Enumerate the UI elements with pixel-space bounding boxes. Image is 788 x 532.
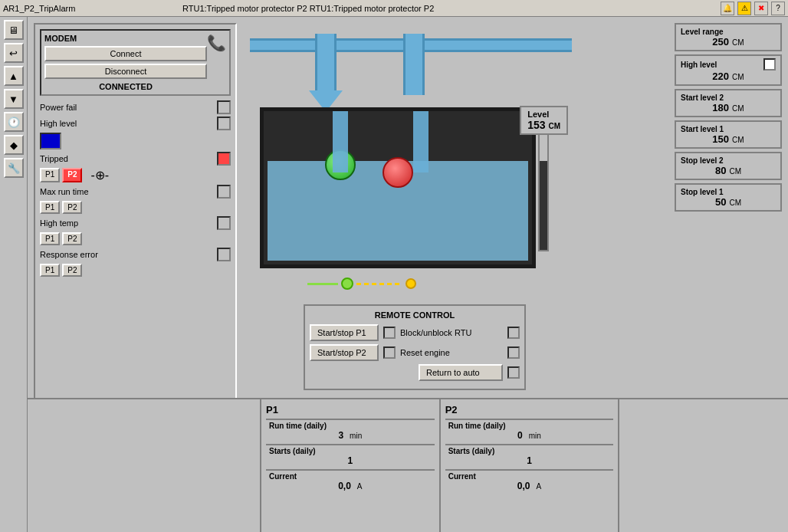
- stop-level-2-item: Stop level 2 80 CM: [675, 152, 782, 180]
- bell-icon[interactable]: 🔔: [721, 2, 734, 15]
- remote-control-panel: REMOTE CONTROL Start/stop P1 Block/unblo…: [304, 304, 526, 390]
- p1-stats-panel: P1 Run time (daily) 3 min Starts (daily)…: [261, 399, 441, 532]
- level-gauge: [538, 117, 549, 251]
- start-stop-p1-row: Start/stop P1 Block/unblock RTU: [310, 324, 520, 341]
- level-title: Level: [527, 110, 560, 119]
- bottom-area: P1 Run time (daily) 3 min Starts (daily)…: [28, 398, 788, 532]
- clock-btn[interactable]: 🕐: [4, 112, 24, 132]
- level-range-panel: Level range 250 CM High level 220 CM Sta…: [675, 23, 782, 215]
- p1-runtime-label: Run time (daily): [269, 422, 432, 430]
- p1-runtime-value: 3: [338, 430, 343, 441]
- p1-current-value: 0,0: [338, 481, 351, 491]
- title-bar: AR1_P2_TripAlarm RTU1:Tripped motor prot…: [0, 0, 788, 17]
- trip-symbol: -⊕-: [90, 168, 109, 182]
- inner-pipe-left: [333, 111, 348, 172]
- inner-pipe-right: [413, 111, 428, 172]
- p2-current-unit: A: [537, 482, 542, 491]
- return-auto-btn[interactable]: Return to auto: [419, 364, 503, 381]
- response-error-row: Response error: [40, 248, 231, 261]
- sensor-row: [307, 277, 416, 290]
- p1-starts-item: Starts (daily) 1: [266, 444, 435, 468]
- high-level-blue: [40, 133, 61, 149]
- tank-area: Level 153 CM: [246, 23, 576, 284]
- tripped-p1-btn[interactable]: P1: [40, 168, 60, 182]
- response-p2-btn[interactable]: P2: [62, 264, 82, 277]
- bottom-left-panel: [28, 399, 261, 532]
- tank-body: [260, 107, 536, 268]
- main-area: 🖥 ↩ ▲ ▼ 🕐 ◆ 🔧 MODEM Connect Disconnect C: [0, 17, 788, 532]
- back-btn[interactable]: ↩: [4, 43, 24, 63]
- bottom-right-panel: [619, 399, 788, 532]
- connect-button[interactable]: Connect: [44, 46, 207, 61]
- p2-starts-item: Starts (daily) 1: [445, 444, 614, 468]
- up-btn[interactable]: ▲: [4, 66, 24, 86]
- left-panel: MODEM Connect Disconnect CONNECTED 📞 Pow…: [34, 23, 237, 422]
- tripped-p2-btn[interactable]: P2: [62, 168, 82, 182]
- pipe-left-vertical: [315, 34, 337, 95]
- max-run-section: Max run time P1 P2: [35, 185, 235, 214]
- tripped-label: Tripped: [40, 154, 214, 163]
- modem-icon: 📞: [207, 34, 226, 52]
- p2-stats-panel: P2 Run time (daily) 0 min Starts (daily)…: [441, 399, 620, 532]
- left-toolbar: 🖥 ↩ ▲ ▼ 🕐 ◆ 🔧: [0, 17, 28, 532]
- start-level-2-item: Start level 2 180 CM: [675, 89, 782, 117]
- p1-starts-value: 1: [269, 455, 432, 466]
- tools-btn[interactable]: 🔧: [4, 158, 24, 178]
- response-error-pump-btns: P1 P2: [40, 264, 231, 277]
- tripped-section: Tripped P1 P2 -⊕-: [35, 152, 235, 182]
- float-red: [383, 157, 413, 188]
- p2-starts-label: Starts (daily): [448, 447, 611, 455]
- p2-title: P2: [445, 404, 614, 415]
- high-temp-indicator: [217, 216, 231, 230]
- tripped-pump-btns: P1 P2 -⊕-: [40, 168, 231, 182]
- modem-status: CONNECTED: [44, 82, 207, 91]
- max-run-indicator: [217, 185, 231, 199]
- level-display: Level 153 CM: [520, 106, 568, 135]
- high-temp-p2-btn[interactable]: P2: [62, 232, 82, 245]
- sensor-circle-green: [341, 277, 353, 290]
- max-run-pump-btns: P1 P2: [40, 201, 231, 214]
- level-value: 153 CM: [527, 119, 560, 131]
- p1-current-label: Current: [269, 472, 432, 481]
- p1-runtime-item: Run time (daily) 3 min: [266, 419, 435, 442]
- pipe-right-vertical: [403, 34, 425, 95]
- start-stop-p2-btn[interactable]: Start/stop P2: [310, 344, 379, 361]
- diamond-btn[interactable]: ◆: [4, 135, 24, 155]
- window-title: AR1_P2_TripAlarm: [3, 4, 182, 13]
- help-icon[interactable]: ?: [771, 2, 785, 15]
- return-auto-indicator: [507, 366, 520, 379]
- reset-engine-indicator: [507, 346, 520, 359]
- stop-level-1-item: Stop level 1 50 CM: [675, 183, 782, 212]
- level-range-item: Level range 250 CM: [675, 23, 782, 51]
- p2-current-label: Current: [448, 472, 611, 481]
- start-stop-p1-btn[interactable]: Start/stop P1: [310, 324, 379, 341]
- modem-buttons: Connect Disconnect: [44, 46, 207, 79]
- p1-current-item: Current 0,0 A: [266, 469, 435, 493]
- disconnect-button[interactable]: Disconnect: [44, 64, 207, 79]
- high-temp-pump-btns: P1 P2: [40, 232, 231, 245]
- high-level-label: High level: [40, 119, 214, 128]
- high-temp-section: High temp P1 P2: [35, 216, 235, 245]
- modem-section: MODEM Connect Disconnect CONNECTED 📞: [40, 29, 231, 96]
- sensor-line-left: [307, 283, 338, 285]
- max-run-p1-btn[interactable]: P1: [40, 201, 60, 214]
- high-temp-p1-btn[interactable]: P1: [40, 232, 60, 245]
- p2-runtime-item: Run time (daily) 0 min: [445, 419, 614, 442]
- down-btn[interactable]: ▼: [4, 89, 24, 109]
- response-p1-btn[interactable]: P1: [40, 264, 60, 277]
- warning-icon[interactable]: ⚠: [737, 2, 751, 15]
- stop-icon[interactable]: ✖: [754, 2, 768, 15]
- monitor-btn[interactable]: 🖥: [4, 20, 24, 40]
- p2-current-item: Current 0,0 A: [445, 469, 614, 493]
- p2-runtime-label: Run time (daily): [448, 422, 611, 430]
- max-run-p2-btn[interactable]: P2: [62, 201, 82, 214]
- response-error-label: Response error: [40, 250, 214, 259]
- p1-starts-label: Starts (daily): [269, 447, 432, 455]
- tripped-indicator: [217, 152, 231, 166]
- high-level-range-item: High level 220 CM: [675, 54, 782, 86]
- remote-title: REMOTE CONTROL: [310, 310, 520, 320]
- high-temp-row: High temp: [40, 216, 231, 230]
- block-unblock-indicator: [507, 327, 520, 339]
- p1-title: P1: [266, 404, 435, 415]
- alarm-messages: RTU1:Tripped motor protector P2 RTU1:Tri…: [182, 4, 721, 13]
